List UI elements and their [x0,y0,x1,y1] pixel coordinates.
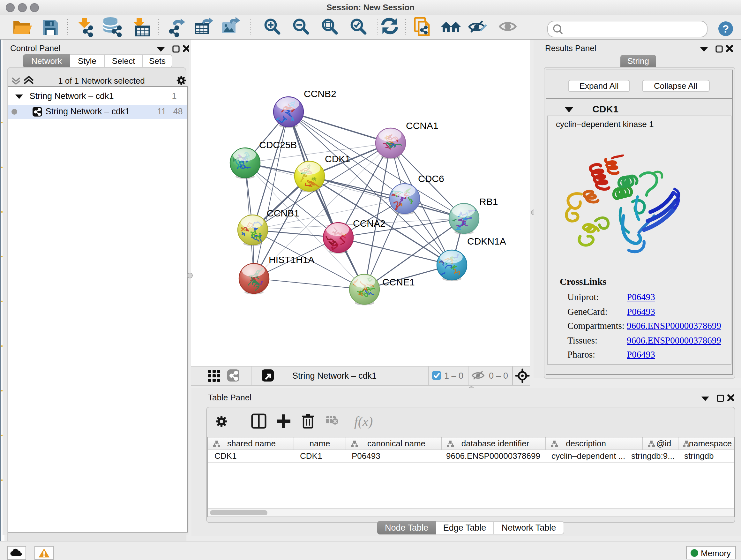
svg-text:database identifier: database identifier [461,438,529,448]
svg-text:namespace: namespace [689,438,732,448]
svg-text:shared name: shared name [227,438,276,448]
svg-text:CDKN1A: CDKN1A [467,236,506,246]
svg-text:0 – 0: 0 – 0 [489,371,508,381]
svg-text:1 of 1 Network selected: 1 of 1 Network selected [58,76,145,85]
svg-text:?: ? [723,23,729,35]
svg-text:CDC6: CDC6 [418,173,444,184]
svg-text:CCNB2: CCNB2 [304,88,336,99]
svg-text:String Network – cdk1: String Network – cdk1 [292,371,377,381]
svg-text:CCNA1: CCNA1 [406,120,439,131]
svg-text:1 – 0: 1 – 0 [444,371,463,381]
svg-text:cyclin–dependent ...: cyclin–dependent ... [551,451,625,460]
svg-text:f(x): f(x) [354,414,373,429]
svg-text:P06493: P06493 [352,451,381,460]
svg-text:CCNA2: CCNA2 [353,218,386,229]
svg-text:description: description [566,438,606,448]
svg-text:stringdb:9...: stringdb:9... [631,451,675,460]
svg-text:stringdb: stringdb [684,451,714,460]
svg-text:HIST1H1A: HIST1H1A [269,254,314,265]
svg-text:CCNE1: CCNE1 [382,277,415,287]
svg-text:CDK1: CDK1 [325,153,350,164]
svg-text:RB1: RB1 [479,196,498,207]
svg-text:@id: @id [657,438,671,448]
svg-text:CCNB1: CCNB1 [267,208,299,219]
svg-text:CDC25B: CDC25B [259,139,297,150]
svg-text:canonical name: canonical name [367,438,425,448]
svg-text:CDK1: CDK1 [214,451,237,460]
svg-text:9606.ENSP00000378699: 9606.ENSP00000378699 [446,451,540,460]
svg-text:CDK1: CDK1 [300,451,322,460]
svg-text:name: name [309,438,330,448]
